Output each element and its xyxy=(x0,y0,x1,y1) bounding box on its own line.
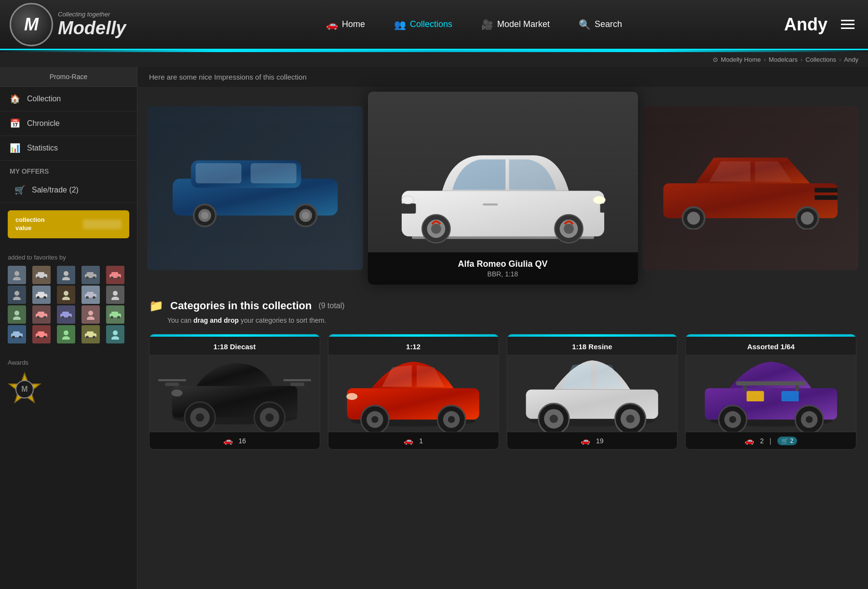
fav-avatar-2[interactable] xyxy=(32,266,51,284)
car-count-icon-2: 🚗 xyxy=(581,436,590,445)
sidebar-item-sale-trade[interactable]: 🛒 Sale/trade (2) xyxy=(0,178,137,203)
fav-avatar-16[interactable] xyxy=(8,325,26,343)
category-card-1[interactable]: 1:12 xyxy=(328,334,499,450)
svg-point-1 xyxy=(13,277,21,280)
categories-grid: 1:18 Diecast xyxy=(149,334,856,450)
carousel-left[interactable] xyxy=(147,106,363,270)
svg-rect-78 xyxy=(600,203,605,212)
favorites-section: added to favorites by xyxy=(0,246,137,351)
svg-point-0 xyxy=(14,271,19,276)
svg-rect-51 xyxy=(38,331,44,335)
white-car-svg xyxy=(381,125,624,257)
collection-value-button[interactable]: collection value xyxy=(8,210,129,238)
svg-rect-98 xyxy=(290,383,304,386)
sidebar-item-collection[interactable]: 🏠 Collection xyxy=(0,87,137,111)
hamburger-menu[interactable] xyxy=(837,16,858,33)
svg-rect-127 xyxy=(736,381,805,385)
breadcrumb-collections[interactable]: Collections xyxy=(805,56,836,63)
carousel-section: Alfa Romeo Giulia QV BBR, 1:18 xyxy=(137,92,868,285)
nav-home[interactable]: 🚗 Home xyxy=(312,13,380,36)
svg-point-107 xyxy=(171,390,182,397)
fav-avatar-10[interactable] xyxy=(106,286,124,304)
svg-rect-129 xyxy=(795,385,799,391)
drag-drop-emphasis: drag and drop xyxy=(193,316,239,324)
svg-point-115 xyxy=(448,416,455,423)
fav-avatar-9[interactable] xyxy=(81,286,100,304)
sidebar-promo[interactable]: Promo-Race xyxy=(0,67,137,87)
market-icon: 🎥 xyxy=(481,19,493,30)
sidebar: Promo-Race 🏠 Collection 📅 Chronicle 📊 St… xyxy=(0,67,137,589)
breadcrumb-modelly[interactable]: Modelly Home xyxy=(721,56,761,63)
my-offers-title: My offers xyxy=(0,161,137,178)
fav-avatar-17[interactable] xyxy=(32,325,51,343)
nav-search[interactable]: 🔍 Search xyxy=(564,13,637,36)
svg-point-124 xyxy=(626,415,635,423)
favorites-grid xyxy=(8,266,129,343)
logo-icon[interactable]: M xyxy=(10,3,53,46)
fav-avatar-5[interactable] xyxy=(106,266,124,284)
svg-point-22 xyxy=(64,291,68,296)
sidebar-item-chronicle[interactable]: 📅 Chronicle xyxy=(0,111,137,136)
cat-footer-0: 🚗 16 xyxy=(149,432,320,449)
cart-icon: 🛒 xyxy=(14,185,25,195)
fav-avatar-12[interactable] xyxy=(32,305,51,324)
svg-point-79 xyxy=(402,196,414,204)
breadcrumb-icon: ⊙ xyxy=(713,56,718,63)
svg-rect-3 xyxy=(38,272,44,275)
svg-point-41 xyxy=(87,316,95,320)
car-count-icon-1: 🚗 xyxy=(404,436,413,445)
fav-avatar-6[interactable] xyxy=(8,286,26,304)
cat-count-2: 19 xyxy=(596,437,604,445)
category-card-0[interactable]: 1:18 Diecast xyxy=(149,334,320,450)
cat-image-0 xyxy=(149,355,320,432)
svg-rect-19 xyxy=(38,292,44,295)
categories-section: 📁 Categories in this collection (9 total… xyxy=(137,289,868,459)
fav-avatar-18[interactable] xyxy=(57,325,75,343)
svg-rect-128 xyxy=(743,385,746,391)
svg-rect-33 xyxy=(38,312,44,315)
svg-rect-37 xyxy=(62,312,69,315)
collection-value-bar xyxy=(83,219,122,229)
fav-avatar-3[interactable] xyxy=(57,266,75,284)
content-header: Here are some nice Impressions of this c… xyxy=(137,67,868,87)
nav-collections[interactable]: 👥 Collections xyxy=(380,13,467,36)
fav-avatar-4[interactable] xyxy=(81,266,100,284)
top-navigation: M Collecting together Modelly 🚗 Home 👥 C… xyxy=(0,0,868,50)
svg-rect-43 xyxy=(111,312,118,315)
fav-avatar-1[interactable] xyxy=(8,266,26,284)
category-card-2[interactable]: 1:18 Resine xyxy=(507,334,678,450)
svg-point-23 xyxy=(62,297,70,300)
svg-rect-13 xyxy=(111,272,118,275)
fav-avatar-7[interactable] xyxy=(32,286,51,304)
fav-avatar-8[interactable] xyxy=(57,286,75,304)
cat-count-0: 16 xyxy=(239,437,246,445)
categories-count: (9 total) xyxy=(318,301,344,310)
fav-avatar-11[interactable] xyxy=(8,305,26,324)
svg-point-86 xyxy=(564,223,574,233)
fav-avatar-20[interactable] xyxy=(106,325,124,343)
svg-point-103 xyxy=(196,413,204,422)
svg-rect-99 xyxy=(158,379,186,381)
svg-point-7 xyxy=(62,277,70,280)
cat-title-3: Assorted 1/64 xyxy=(686,337,856,355)
breadcrumb-andy[interactable]: Andy xyxy=(844,56,858,63)
fav-avatar-19[interactable] xyxy=(81,325,100,343)
svg-rect-68 xyxy=(250,164,296,184)
svg-point-55 xyxy=(62,336,70,340)
main-navigation: 🚗 Home 👥 Collections 🎥 Model Market 🔍 Se… xyxy=(164,13,784,36)
fav-avatar-14[interactable] xyxy=(81,305,100,324)
svg-rect-67 xyxy=(195,164,241,184)
sidebar-item-statistics[interactable]: 📊 Statistics xyxy=(0,136,137,161)
breadcrumb-modelcars[interactable]: Modelcars xyxy=(769,56,798,63)
carousel-center[interactable]: Alfa Romeo Giulia QV BBR, 1:18 xyxy=(368,92,638,285)
fav-avatar-15[interactable] xyxy=(106,305,124,324)
logo-name: Modelly xyxy=(58,18,126,39)
carousel-caption: Alfa Romeo Giulia QV BBR, 1:18 xyxy=(368,252,638,285)
home-icon: 🚗 xyxy=(326,19,338,30)
fav-avatar-13[interactable] xyxy=(57,305,75,324)
carousel-right[interactable] xyxy=(643,106,859,270)
nav-model-market[interactable]: 🎥 Model Market xyxy=(467,13,564,36)
category-card-3[interactable]: Assorted 1/64 xyxy=(685,334,856,450)
award-star: M xyxy=(8,371,41,405)
cat-title-2: 1:18 Resine xyxy=(507,337,678,355)
